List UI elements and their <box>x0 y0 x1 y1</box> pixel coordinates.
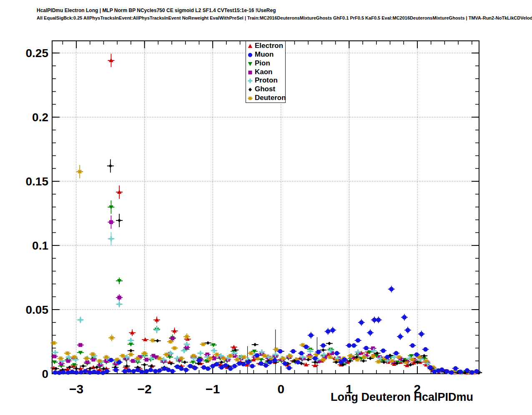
svg-text:0.25: 0.25 <box>26 47 49 60</box>
svg-text:0.2: 0.2 <box>32 111 48 124</box>
legend-label: Pion <box>255 59 270 68</box>
legend-item-muon: Muon <box>247 50 285 59</box>
root-canvas: HcalPIDmu Electron Long | MLP Norm BP NC… <box>0 0 532 415</box>
legend-label: Deuteron <box>255 94 286 102</box>
legend-label: Kaon <box>255 68 273 76</box>
legend-item-deuteron: Deuteron <box>247 93 285 102</box>
ghost-marker-icon <box>247 85 254 93</box>
pion-marker-icon <box>247 60 254 67</box>
svg-text:0.05: 0.05 <box>26 303 49 316</box>
legend-item-electron: Electron <box>247 42 285 50</box>
legend-label: Muon <box>255 50 274 59</box>
svg-text:0.1: 0.1 <box>32 239 48 252</box>
legend-item-ghost: Ghost <box>247 85 285 94</box>
svg-text:−2: −2 <box>138 382 152 396</box>
svg-text:0: 0 <box>277 382 284 396</box>
legend-label: Proton <box>255 76 278 85</box>
legend-item-kaon: Kaon <box>247 68 285 76</box>
legend: ElectronMuonPionKaonProtonGhostDeuteron <box>246 41 286 103</box>
kaon-marker-icon <box>247 68 254 76</box>
proton-marker-icon <box>247 77 254 84</box>
legend-label: Electron <box>255 42 283 50</box>
svg-text:0: 0 <box>42 368 48 380</box>
svg-text:−3: −3 <box>69 382 83 396</box>
x-axis-title: Long Deuteron HcalPIDmu <box>331 391 473 404</box>
deuteron-marker-icon <box>247 94 254 102</box>
legend-item-proton: Proton <box>247 76 285 85</box>
svg-text:0.15: 0.15 <box>26 175 49 188</box>
legend-label: Ghost <box>255 85 275 93</box>
muon-marker-icon <box>247 51 254 58</box>
electron-marker-icon <box>247 42 254 50</box>
legend-item-pion: Pion <box>247 59 285 68</box>
svg-text:−1: −1 <box>206 382 220 396</box>
